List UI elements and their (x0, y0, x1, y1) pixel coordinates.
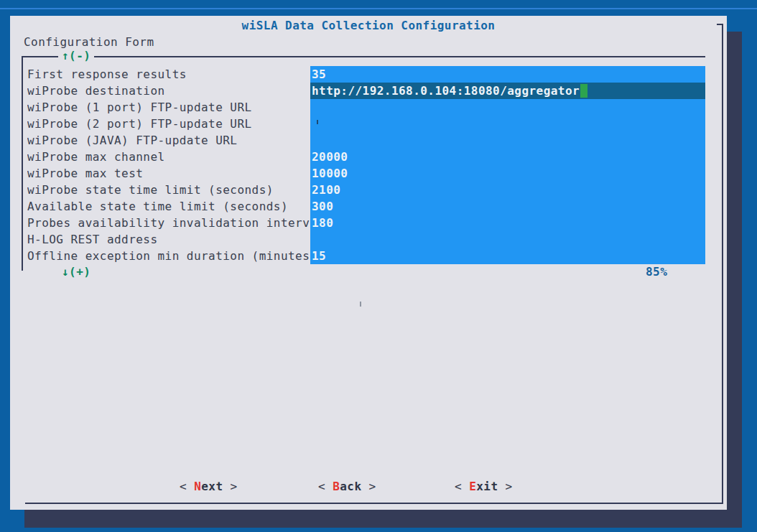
terminal-screen: wiSLA Data Collection Configuration Conf… (0, 0, 757, 532)
button-hotkey: E (469, 480, 476, 493)
field-input[interactable]: 20000 (310, 149, 705, 165)
form-row: wiProbe (1 port) FTP-update URL (27, 99, 705, 116)
field-value: 180 (312, 216, 333, 230)
form-row: wiProbe state time limit (seconds)2100 (27, 182, 705, 198)
button-prefix: < (180, 480, 194, 493)
field-value: 300 (312, 200, 333, 213)
terminal-top-highlight (0, 8, 757, 9)
field-input[interactable]: 15 (310, 248, 705, 264)
field-input[interactable] (310, 99, 705, 116)
button-suffix: > (223, 480, 238, 493)
field-value: 20000 (312, 150, 348, 164)
field-input[interactable] (310, 132, 705, 149)
form-row: wiProbe max channel20000 (27, 149, 705, 165)
field-label: Offline exception min duration (minutes (27, 248, 310, 264)
dialog-border-right (722, 24, 723, 504)
form-row: First response results35 (27, 66, 705, 83)
field-input[interactable]: http://192.168.0.104:18080/aggregator (310, 83, 705, 99)
button-prefix: < (455, 480, 469, 493)
field-label: wiProbe destination (27, 83, 310, 99)
field-input[interactable]: 35 (310, 66, 705, 83)
form-box-border-left (22, 56, 23, 271)
button-suffix: > (362, 480, 376, 493)
button-prefix: < (318, 480, 333, 493)
field-input[interactable]: 2100 (310, 182, 705, 198)
form-row: Available state time limit (seconds)300 (27, 198, 705, 215)
form-row: Probes availability invalidation interv1… (27, 215, 705, 231)
button-hotkey: B (333, 480, 340, 493)
dialog-border-bottom (25, 503, 723, 504)
button-rest: ext (201, 480, 223, 493)
form-row: wiProbe (2 port) FTP-update URL (27, 116, 705, 132)
field-label: wiProbe (1 port) FTP-update URL (27, 99, 310, 116)
scroll-down-indicator: ↓(+) (58, 265, 94, 279)
form-row: H-LOG REST address (27, 231, 705, 248)
stray-mark (360, 302, 361, 307)
scroll-up-indicator: ↑(-) (58, 49, 94, 62)
field-input[interactable] (310, 116, 705, 132)
next-button[interactable]: < Next > (180, 480, 238, 493)
field-label: Probes availability invalidation interv (27, 215, 310, 231)
field-label: wiProbe max test (27, 165, 310, 182)
button-suffix: > (498, 480, 513, 493)
back-button[interactable]: < Back > (318, 480, 376, 493)
field-value: 10000 (312, 167, 348, 180)
button-rest: ack (340, 480, 361, 493)
field-value: http://192.168.0.104:18080/aggregator (312, 84, 580, 98)
field-input[interactable]: 10000 (310, 165, 705, 182)
scroll-progress-percentage: 85% (646, 265, 667, 279)
field-value: 35 (312, 67, 326, 81)
form-rows: First response results35wiProbe destinat… (27, 66, 705, 264)
page-title: wiSLA Data Collection Configuration (10, 19, 727, 32)
form-heading: Configuration Form (24, 35, 154, 49)
field-input[interactable] (310, 231, 705, 248)
form-row: wiProbe destinationhttp://192.168.0.104:… (27, 83, 705, 99)
field-label: Available state time limit (seconds) (27, 198, 310, 215)
field-label: H-LOG REST address (27, 231, 310, 248)
text-cursor (580, 84, 588, 98)
form-row: wiProbe (JAVA) FTP-update URL (27, 132, 705, 149)
dialog-border-corner (717, 24, 723, 25)
button-rest: xit (476, 480, 498, 493)
field-input[interactable]: 180 (310, 215, 705, 231)
field-label: wiProbe (2 port) FTP-update URL (27, 116, 310, 132)
form-box-border-top (22, 56, 705, 57)
field-label: wiProbe state time limit (seconds) (27, 182, 310, 198)
field-value: 2100 (312, 183, 340, 197)
field-label: First response results (27, 66, 310, 83)
button-hotkey: N (194, 480, 201, 493)
exit-button[interactable]: < Exit > (455, 480, 513, 493)
field-input[interactable]: 300 (310, 198, 705, 215)
form-row: Offline exception min duration (minutes1… (27, 248, 705, 264)
stray-mark (317, 120, 318, 124)
form-row: wiProbe max test10000 (27, 165, 705, 182)
field-label: wiProbe max channel (27, 149, 310, 165)
field-value: 15 (312, 249, 326, 263)
field-label: wiProbe (JAVA) FTP-update URL (27, 132, 310, 149)
configuration-dialog: wiSLA Data Collection Configuration Conf… (10, 16, 727, 510)
